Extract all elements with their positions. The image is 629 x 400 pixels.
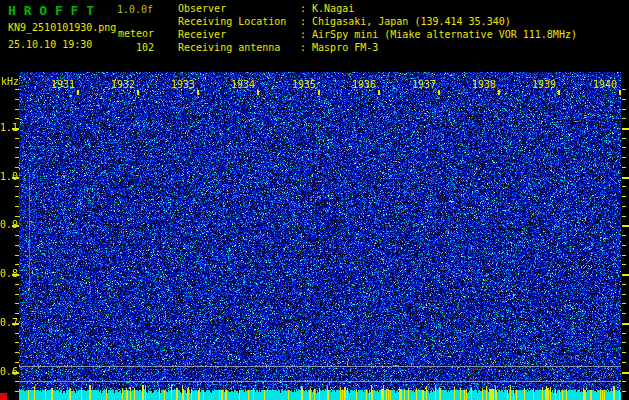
freq-minor-tick-right (622, 206, 626, 207)
time-axis-label: 1940 (592, 80, 617, 90)
freq-minor-tick-left (15, 352, 19, 353)
spectrogram-canvas (19, 72, 621, 400)
time-axis-label: 1931 (50, 80, 75, 90)
freq-minor-tick-left (15, 216, 19, 217)
frequency-axis-unit: kHz (1, 76, 19, 87)
freq-minor-tick-left (15, 167, 19, 168)
freq-major-tick-left (12, 372, 19, 374)
info-value: K.Nagai (312, 3, 354, 14)
freq-minor-tick-right (622, 138, 626, 139)
time-axis-label: 1933 (170, 80, 195, 90)
info-value: AirSpy mini (Miake alternative VOR 111.8… (312, 29, 577, 40)
freq-major-tick-right (622, 225, 629, 227)
hrofft-window: H R O F F T 1.0.0f KN9_2510101930.png 25… (0, 0, 629, 400)
freq-minor-tick-left (15, 294, 19, 295)
freq-minor-tick-left (15, 381, 19, 382)
freq-minor-tick-right (622, 362, 626, 363)
minute-tick (318, 90, 320, 95)
meteor-counter-label: meteor (112, 27, 154, 41)
time-axis-label: 1935 (291, 80, 316, 90)
meteor-counter-value: 102 (112, 41, 154, 55)
freq-minor-tick-left (15, 362, 19, 363)
freq-minor-tick-left (15, 157, 19, 158)
freq-minor-tick-left (15, 89, 19, 90)
output-filename: KN9_2510101930.png (8, 22, 116, 33)
observer-info: Observer: K.NagaiReceiving Location: Chi… (178, 2, 577, 54)
info-label: Receiving Location (178, 15, 300, 28)
observation-datetime: 25.10.10 19:30 (8, 39, 92, 50)
freq-major-tick-left (12, 177, 19, 179)
freq-minor-tick-left (15, 118, 19, 119)
minute-tick (558, 90, 560, 95)
meteor-counter: meteor 102 (112, 27, 154, 55)
freq-minor-tick-right (622, 99, 626, 100)
observer-info-row: Receiving antenna: Maspro FM-3 (178, 41, 577, 54)
freq-minor-tick-left (15, 342, 19, 343)
freq-minor-tick-right (622, 313, 626, 314)
freq-major-tick-right (622, 274, 629, 276)
info-value: Maspro FM-3 (312, 42, 378, 53)
observer-info-row: Receiver: AirSpy mini (Miake alternative… (178, 28, 577, 41)
level-red-marker (0, 393, 7, 400)
freq-minor-tick-left (15, 284, 19, 285)
freq-minor-tick-right (622, 235, 626, 236)
freq-minor-tick-right (622, 118, 626, 119)
freq-minor-tick-left (15, 99, 19, 100)
freq-major-tick-left (12, 225, 19, 227)
freq-major-tick-right (622, 372, 629, 374)
minute-tick (378, 90, 380, 95)
time-axis-label: 1937 (411, 80, 436, 90)
freq-minor-tick-left (15, 196, 19, 197)
minute-tick (257, 90, 259, 95)
freq-minor-tick-right (622, 245, 626, 246)
freq-major-tick-left (12, 128, 19, 130)
freq-minor-tick-left (15, 138, 19, 139)
freq-minor-tick-left (15, 245, 19, 246)
freq-minor-tick-right (622, 391, 626, 392)
freq-major-tick-left (12, 274, 19, 276)
time-axis-label: 1934 (230, 80, 255, 90)
freq-minor-tick-right (622, 157, 626, 158)
freq-minor-tick-right (622, 352, 626, 353)
info-value: Chigasaki, Japan (139.414 35.340) (312, 16, 511, 27)
freq-minor-tick-left (15, 303, 19, 304)
freq-minor-tick-right (622, 89, 626, 90)
freq-minor-tick-right (622, 342, 626, 343)
freq-minor-tick-right (622, 303, 626, 304)
freq-minor-tick-right (622, 109, 626, 110)
time-axis-label: 1932 (110, 80, 135, 90)
minute-tick (77, 90, 79, 95)
freq-minor-tick-left (15, 333, 19, 334)
time-axis-label: 1939 (531, 80, 556, 90)
freq-minor-tick-left (15, 313, 19, 314)
freq-major-tick-right (622, 177, 629, 179)
app-version: 1.0.0f (117, 4, 153, 15)
freq-minor-tick-right (622, 167, 626, 168)
minute-tick (438, 90, 440, 95)
observer-info-row: Receiving Location: Chigasaki, Japan (13… (178, 15, 577, 28)
minute-tick (619, 90, 621, 95)
info-separator: : (300, 16, 312, 27)
info-separator: : (300, 3, 312, 14)
freq-minor-tick-left (15, 235, 19, 236)
freq-minor-tick-left (15, 109, 19, 110)
freq-minor-tick-right (622, 196, 626, 197)
minute-tick (197, 90, 199, 95)
freq-minor-tick-right (622, 381, 626, 382)
freq-minor-tick-right (622, 255, 626, 256)
freq-minor-tick-right (622, 294, 626, 295)
freq-minor-tick-left (15, 264, 19, 265)
app-title: H R O F F T (8, 3, 94, 18)
freq-major-tick-right (622, 128, 629, 130)
time-axis-label: 1936 (351, 80, 376, 90)
freq-minor-tick-left (15, 255, 19, 256)
freq-minor-tick-right (622, 264, 626, 265)
freq-minor-tick-left (15, 391, 19, 392)
info-separator: : (300, 42, 312, 53)
freq-major-tick-right (622, 323, 629, 325)
time-axis-label: 1938 (471, 80, 496, 90)
info-label: Receiving antenna (178, 41, 300, 54)
info-separator: : (300, 29, 312, 40)
freq-major-tick-left (12, 323, 19, 325)
minute-tick (498, 90, 500, 95)
